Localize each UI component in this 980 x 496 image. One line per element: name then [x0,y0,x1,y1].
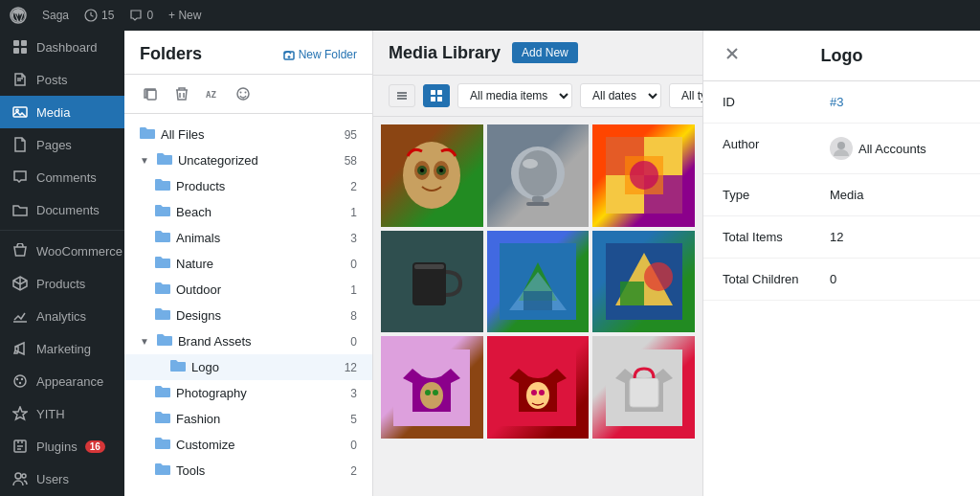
expand-brand-icon: ▼ [140,336,149,347]
expand-icon: ▼ [140,155,149,166]
delete-btn[interactable] [170,82,193,105]
svg-point-31 [439,169,443,172]
comment-icon [11,169,29,186]
media-item-4[interactable] [381,231,483,333]
folder-logo-count: 12 [345,361,357,374]
media-item-1[interactable] [381,124,483,227]
admin-bar-wp-logo[interactable] [10,7,27,24]
media-grid [373,117,702,446]
svg-rect-3 [21,40,27,46]
detail-value-id: #3 [818,81,980,123]
folder-all-files-count: 95 [345,128,357,142]
admin-bar-updates[interactable]: 15 [84,9,114,22]
sidebar-item-plugins[interactable]: Plugins 16 [0,430,124,462]
folder-fashion-icon [155,411,170,427]
detail-value-author: All Accounts [818,124,980,173]
folder-logo[interactable]: Logo 12 [124,354,372,380]
sidebar-item-analytics[interactable]: Analytics [0,300,124,332]
admin-bar-site-name[interactable]: Saga [42,9,69,22]
folder-photography-icon [155,385,170,401]
sidebar-item-marketing[interactable]: Marketing [0,332,124,365]
folder-customize[interactable]: Customize 0 [124,432,372,458]
folder-brand-assets[interactable]: ▼ Brand Assets 0 [124,328,372,354]
types-filter[interactable]: All ty... [669,83,702,108]
folder-tools-item[interactable]: Tools 2 [124,458,372,484]
admin-bar-new[interactable]: + New [168,9,201,22]
folder-fashion-count: 5 [350,413,357,426]
new-folder-button[interactable]: New Folder [283,48,357,61]
svg-point-62 [837,142,845,149]
copy-btn[interactable] [140,82,163,105]
media-item-9[interactable] [592,336,695,439]
folder-products[interactable]: Products 2 [124,173,372,199]
folder-animals[interactable]: Animals 3 [124,225,372,251]
media-header: Media Library Add New [373,31,702,76]
list-view-button[interactable] [389,84,415,107]
svg-rect-47 [523,291,552,310]
folder-beach-icon [155,204,170,220]
document-icon [11,71,29,88]
sidebar-item-yith[interactable]: YITH [0,397,124,430]
media-item-2[interactable] [487,124,590,227]
folder-all-files-icon [140,126,155,143]
svg-point-11 [19,382,21,384]
sort-az-btn[interactable]: AZ [201,82,224,105]
folder-designs-icon [155,307,170,324]
folders-title: Folders [140,44,202,64]
media-item-6[interactable] [592,231,695,333]
folder-outdoor-count: 1 [350,283,357,297]
media-item-5[interactable] [487,231,590,333]
media-label: Media [36,105,70,120]
svg-point-8 [14,375,26,387]
svg-point-13 [15,473,21,479]
folder-tools-name: Tools [176,463,205,478]
folder-uncategorized[interactable]: ▼ Uncategorized 58 [124,147,372,173]
media-items-filter[interactable]: All media items [457,83,572,108]
folder-beach[interactable]: Beach 1 [124,199,372,225]
folder-designs[interactable]: Designs 8 [124,303,372,328]
sidebar-item-woocommerce[interactable]: WooCommerce [0,235,124,267]
folder-photography[interactable]: Photography 3 [124,380,372,406]
sidebar-item-products[interactable]: Products [0,267,124,300]
emoji-btn[interactable] [232,82,255,105]
folder-products-name: Products [176,179,225,193]
media-item-7[interactable] [381,336,483,439]
detail-label-id: ID [703,81,818,123]
folder-outdoor-icon [155,282,170,298]
svg-point-41 [630,161,658,190]
pages-label: Pages [36,138,72,152]
admin-bar-comments[interactable]: 0 [129,9,153,22]
media-item-3[interactable] [592,124,695,227]
sidebar-item-dashboard[interactable]: Dashboard [0,31,124,63]
svg-rect-16 [147,90,156,100]
folder-all-files[interactable]: All Files 95 [124,122,372,147]
sidebar-item-documents[interactable]: Documents [0,193,124,226]
media-item-8[interactable] [487,336,590,439]
folder-tools-count: 2 [350,464,357,478]
appearance-label: Appearance [36,374,103,389]
dates-filter[interactable]: All dates [580,83,661,108]
sidebar-item-appearance[interactable]: Appearance [0,365,124,397]
grid-view-button[interactable] [423,84,450,107]
detail-label-author: Author [703,124,818,165]
sidebar-item-pages[interactable]: Pages [0,128,124,161]
folder-outdoor[interactable]: Outdoor 1 [124,277,372,303]
folder-nature[interactable]: Nature 0 [124,251,372,277]
folder-beach-name: Beach [176,205,212,219]
detail-row-total-children: Total Children 0 [703,259,980,301]
add-new-button[interactable]: Add New [512,42,578,63]
sidebar-item-users[interactable]: Users [0,462,124,495]
svg-rect-4 [13,48,19,54]
folder-brand-count: 0 [350,335,357,349]
detail-id-link[interactable]: #3 [830,95,843,109]
folder-fashion[interactable]: Fashion 5 [124,406,372,432]
svg-rect-2 [13,40,19,46]
folder-icon [11,201,29,218]
sidebar: Dashboard Posts Media Pages Comments Doc… [0,0,124,496]
author-avatar [830,137,853,160]
sidebar-item-comments[interactable]: Comments [0,161,124,193]
sidebar-item-media[interactable]: Media [0,96,124,128]
close-detail-button[interactable] [723,44,742,67]
sidebar-item-posts[interactable]: Posts [0,63,124,96]
users-label: Users [36,472,69,486]
